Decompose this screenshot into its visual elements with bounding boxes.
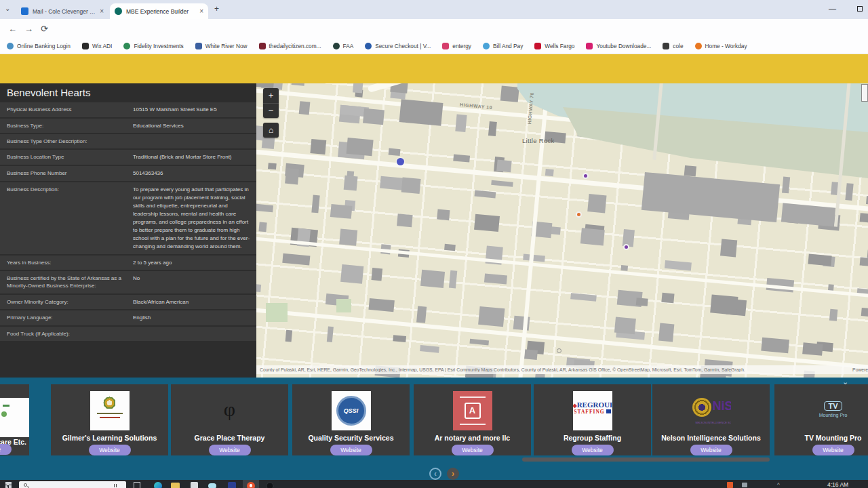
bookmark-bill-and-pay[interactable]: Bill And Pay: [483, 43, 523, 49]
bookmark-cole[interactable]: cole: [663, 43, 683, 49]
window-minimize-button[interactable]: —: [829, 4, 836, 12]
carousel-card-grace-place[interactable]: φ Grace Place Therapy Website: [171, 384, 288, 455]
windows-taskbar: ^ 4:16 AM: [0, 480, 868, 488]
bookmark-secure-checkout[interactable]: Secure Checkout | V...: [365, 43, 431, 49]
tab-mail[interactable]: Mail - Cole Clevenger - Outloo ×: [16, 3, 108, 19]
map-marker-business[interactable]: [583, 173, 589, 179]
tray-expand-chevron-icon[interactable]: ^: [777, 481, 780, 487]
carousel-card-quality-security[interactable]: QSSI Quality Security Services Website: [292, 384, 410, 455]
window-maximize-button[interactable]: [857, 6, 863, 12]
bookmark-online-banking[interactable]: Online Banking Login: [7, 43, 71, 49]
building: [363, 108, 384, 125]
info-row: Physical Business Address10515 W Markham…: [0, 102, 256, 117]
bookmark-wix-adi[interactable]: Wix ADI: [82, 43, 113, 49]
business-logo: QSSI: [332, 391, 371, 430]
powered-by-label: Powered by: [852, 367, 868, 372]
carousel-card-partial[interactable]: ncare Etc. Website: [0, 384, 29, 455]
map-marker-selected[interactable]: [397, 158, 404, 165]
business-logo: A: [453, 391, 492, 430]
tab-mbe-experience-builder[interactable]: MBE Experience Builder ×: [110, 3, 208, 19]
carousel-card-tv-mounting[interactable]: TV Mounting Pro TV Mounting Pro Website: [774, 384, 868, 455]
bookmark-youtube-downloader[interactable]: Youtube Downloade...: [586, 43, 651, 49]
zoom-in-button[interactable]: +: [263, 88, 279, 103]
taskbar-clock[interactable]: 4:16 AM: [827, 481, 848, 488]
tab-title: Mail - Cole Clevenger - Outloo: [33, 8, 96, 15]
bookmark-faa[interactable]: FAA: [333, 43, 354, 49]
info-row: Business Location TypeTraditional (Brick…: [0, 150, 256, 165]
business-carousel: ⌄ ncare Etc. Website Gilmer's Learning S…: [0, 378, 868, 481]
info-row: Owner Minority Category:Black/African Am…: [0, 295, 256, 310]
tray-icon[interactable]: [742, 483, 747, 487]
bookmark-favicon: [123, 43, 130, 49]
tray-notification-icon[interactable]: [727, 482, 733, 488]
map-zoom-control: + −: [263, 88, 279, 118]
carousel-card-regroup[interactable]: ◆REGROUP STAFFING Regroup Staffing Websi…: [534, 384, 651, 455]
website-button[interactable]: Website: [89, 445, 131, 455]
business-name: Ar notary and more llc: [414, 434, 531, 442]
map-marker-small[interactable]: [557, 348, 561, 353]
website-button[interactable]: Website: [812, 445, 854, 455]
business-logo: [0, 398, 29, 437]
bookmark-favicon: [695, 43, 702, 49]
browser-toolbar: ← → ⟳ experience.arcgis.com/experience/d…: [0, 19, 868, 39]
website-button[interactable]: Website: [572, 445, 614, 455]
business-info-panel: Benevolent Hearts Physical Business Addr…: [0, 83, 256, 378]
tab-search-chevron-icon[interactable]: ⌄: [5, 5, 10, 12]
edge-icon[interactable]: [154, 482, 162, 488]
outlook-favicon: [21, 7, 28, 15]
bookmark-favicon: [7, 43, 14, 49]
screen: ⌄ Mail - Cole Clevenger - Outloo × MBE E…: [0, 0, 868, 488]
bookmark-white-river-now[interactable]: White River Now: [195, 43, 248, 49]
carousel-card-ar-notary[interactable]: A Ar notary and more llc Website: [414, 384, 531, 455]
website-button[interactable]: Website: [690, 445, 732, 455]
website-button[interactable]: Website: [330, 445, 372, 455]
bookmark-fidelity[interactable]: Fidelity Investments: [123, 43, 183, 49]
bookmark-favicon: [534, 43, 541, 49]
task-view-icon[interactable]: [134, 482, 140, 488]
search-highlights-icon: [113, 484, 119, 487]
website-button[interactable]: Website: [452, 445, 494, 455]
business-name-title: Benevolent Hearts: [7, 87, 256, 98]
map-canvas[interactable]: HIGHWAY 10 HIGHWAY 70 Little Rock + − ⌂ …: [256, 83, 868, 378]
page-scrollbar-thumb[interactable]: [861, 84, 868, 102]
onedrive-icon[interactable]: [208, 483, 216, 488]
new-tab-button[interactable]: +: [214, 4, 219, 14]
park-area: [336, 299, 351, 312]
bookmark-favicon: [333, 43, 340, 49]
business-name: Gilmer's Learning Solutions: [51, 434, 168, 442]
website-button[interactable]: Website: [209, 445, 251, 455]
attribution-text: County of Pulaski, AR, Esri, HERE, Garmi…: [260, 367, 847, 372]
info-row: Business Type:Educational Services: [0, 119, 256, 134]
tab-close-icon[interactable]: ×: [199, 7, 203, 15]
map-home-button[interactable]: ⌂: [263, 123, 279, 138]
website-button[interactable]: Website: [0, 444, 12, 455]
chrome-icon[interactable]: [247, 482, 255, 488]
bookmark-dailycitizen[interactable]: thedailycitizen.com...: [259, 43, 321, 49]
carousel-card-gilmers[interactable]: Gilmer's Learning Solutions Website: [51, 384, 168, 455]
info-row: Business Type Other Description:: [0, 134, 256, 148]
carousel-prev-button[interactable]: ‹: [429, 468, 441, 480]
zoom-out-button[interactable]: −: [263, 103, 279, 118]
carousel-card-nelson-intelligence[interactable]: NiS NELSON INTELLIGENCE SOLUTIONS Nelson…: [652, 384, 770, 455]
bookmark-wells-fargo[interactable]: Wells Fargo: [534, 43, 574, 49]
map-marker-business[interactable]: [623, 244, 629, 250]
start-button[interactable]: [5, 482, 12, 488]
file-explorer-icon[interactable]: [171, 483, 180, 488]
info-row: Business Phone Number5014363436: [0, 166, 256, 181]
forward-button[interactable]: →: [24, 24, 33, 34]
store-icon[interactable]: [191, 482, 198, 488]
pinned-app-icon[interactable]: [228, 482, 236, 488]
pinned-app-icon[interactable]: [266, 482, 274, 488]
back-button[interactable]: ←: [8, 24, 17, 34]
tab-close-icon[interactable]: ×: [100, 7, 104, 15]
info-row: Food Truck (If Applicable):: [0, 327, 256, 341]
reload-button[interactable]: ⟳: [41, 24, 48, 34]
bookmark-workday[interactable]: Home - Workday: [695, 43, 747, 49]
map-marker-business[interactable]: [576, 211, 582, 218]
business-name: Grace Place Therapy: [171, 434, 288, 442]
bookmark-entergy[interactable]: entergy: [442, 43, 471, 49]
carousel-scrollbar[interactable]: [522, 458, 770, 462]
info-row: Primary Language:English: [0, 310, 256, 325]
carousel-next-button[interactable]: ›: [447, 468, 459, 480]
taskbar-search-box[interactable]: [19, 481, 126, 488]
